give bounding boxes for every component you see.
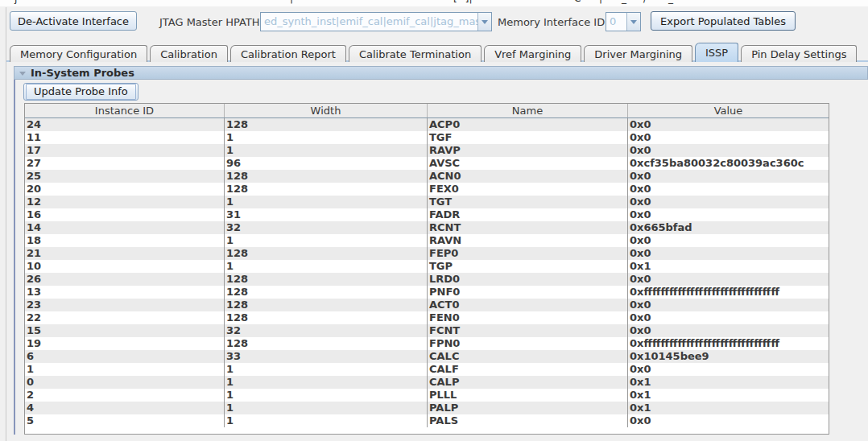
cell-name: FPN0 — [428, 337, 628, 350]
table-row[interactable]: 25 128 ACN0 0x0 — [25, 170, 829, 183]
cell-width: 128 — [225, 311, 428, 324]
cell-name: LRD0 — [428, 273, 628, 286]
chevron-down-icon[interactable] — [477, 13, 491, 31]
cell-name: CALC — [428, 350, 628, 363]
cell-instance-id: 16 — [25, 208, 225, 221]
cell-value: 0xffffffffffffffffffffffffffffffff — [628, 286, 829, 299]
table-row[interactable]: 20 128 FEX0 0x0 — [25, 183, 829, 196]
cell-value: 0x0 — [628, 234, 829, 247]
tab-label: Vref Margining — [494, 48, 571, 60]
cell-width: 128 — [225, 337, 428, 350]
table-row[interactable]: 4 1 PALP 0x1 — [25, 402, 829, 414]
column-header[interactable]: Width — [225, 104, 428, 117]
title-fragment: C — [574, 0, 581, 4]
table-row[interactable]: 6 33 CALC 0x10145bee9 — [25, 350, 829, 363]
cell-name: TGT — [428, 196, 628, 208]
cell-value: 0x0 — [628, 299, 829, 311]
title-fragment: j — [14, 0, 17, 4]
cell-name: RAVP — [428, 144, 628, 157]
table-row[interactable]: 17 1 RAVP 0x0 — [25, 144, 829, 157]
tab-issp[interactable]: ISSP — [695, 43, 738, 62]
cell-instance-id: 17 — [25, 144, 225, 157]
cell-value: 0xffffffffffffffffffffffffffffffff — [628, 337, 829, 350]
table-row[interactable]: 19 128 FPN0 0xffffffffffffffffffffffffff… — [25, 337, 829, 350]
deactivate-interface-button[interactable]: De-Activate Interface — [10, 11, 137, 31]
tab-label: Calibrate Termination — [359, 48, 471, 60]
cell-width: 128 — [225, 273, 428, 286]
cell-value: 0x0 — [628, 183, 829, 196]
table-row[interactable]: 16 31 FADR 0x0 — [25, 208, 829, 221]
cell-width: 1 — [225, 389, 428, 402]
table-row[interactable]: 23 128 ACT0 0x0 — [25, 299, 829, 311]
cell-value: 0x1 — [628, 389, 829, 402]
table-row[interactable]: 11 1 TGF 0x0 — [25, 131, 829, 144]
title-fragment: _ — [622, 0, 626, 4]
tab-label: Calibration Report — [241, 48, 336, 60]
update-probe-info-button[interactable]: Update Probe Info — [23, 83, 138, 101]
cell-width: 1 — [225, 414, 428, 427]
table-row[interactable]: 27 96 AVSC 0xcf35ba80032c80039ac360c — [25, 157, 829, 170]
cell-name: FEN0 — [428, 311, 628, 324]
toolbar: De-Activate Interface JTAG Master HPATH:… — [0, 6, 868, 42]
memory-interface-id-label: Memory Interface ID: — [498, 16, 609, 28]
table-row[interactable]: 24 128 ACP0 0x0 — [25, 118, 829, 131]
probe-table: Instance IDWidthNameValue 24 128 ACP0 0x… — [24, 103, 829, 435]
tab-pin-delay-settings[interactable]: Pin Delay Settings — [741, 45, 857, 62]
cell-width: 1 — [225, 363, 428, 376]
deactivate-interface-label: De-Activate Interface — [18, 15, 129, 27]
cell-width: 1 — [225, 402, 428, 414]
cell-width: 32 — [225, 221, 428, 234]
table-row[interactable]: 10 1 TGP 0x1 — [25, 260, 829, 273]
column-header[interactable]: Name — [428, 104, 628, 117]
table-row[interactable]: 15 32 FCNT 0x0 — [25, 324, 829, 337]
cell-width: 96 — [225, 157, 428, 170]
column-header[interactable]: Instance ID — [25, 104, 225, 117]
cell-value: 0x0 — [628, 118, 829, 131]
in-system-probes-header[interactable]: In-System Probes — [14, 66, 868, 80]
table-row[interactable]: 1 1 CALF 0x0 — [25, 363, 829, 376]
table-row[interactable]: 14 32 RCNT 0x665bfad — [25, 221, 829, 234]
table-row[interactable]: 5 1 PALS 0x0 — [25, 414, 829, 427]
chevron-down-icon[interactable] — [626, 13, 640, 31]
cell-value: 0x1 — [628, 402, 829, 414]
tab-memory-configuration[interactable]: Memory Configuration — [10, 45, 147, 62]
cell-value: 0x0 — [628, 144, 829, 157]
tab-driver-margining[interactable]: Driver Margining — [584, 45, 692, 62]
cell-name: FEP0 — [428, 247, 628, 260]
cell-instance-id: 20 — [25, 183, 225, 196]
cell-width: 1 — [225, 196, 428, 208]
table-row[interactable]: 26 128 LRD0 0x0 — [25, 273, 829, 286]
table-row[interactable]: 12 1 TGT 0x0 — [25, 196, 829, 208]
title-fragment: / — [643, 0, 647, 4]
tab-label: Driver Margining — [594, 48, 682, 60]
title-fragment: | — [290, 0, 293, 4]
jtag-master-hpath-combobox[interactable]: ed_synth_inst|emif_cal|emif_cal|jtag_mas… — [260, 12, 492, 31]
column-header[interactable]: Value — [628, 104, 829, 117]
tab-vref-margining[interactable]: Vref Margining — [484, 45, 581, 62]
cell-name: FCNT — [428, 324, 628, 337]
memory-interface-id-combobox[interactable]: 0 — [606, 12, 641, 31]
probe-table-body: 24 128 ACP0 0x0 11 1 TGF 0x0 17 1 RAVP 0… — [25, 118, 829, 434]
collapse-triangle-icon[interactable] — [19, 72, 26, 76]
cell-name: FEX0 — [428, 183, 628, 196]
cell-instance-id: 24 — [25, 118, 225, 131]
table-row[interactable]: 2 1 PLLL 0x1 — [25, 389, 829, 402]
cell-name: PLLL — [428, 389, 628, 402]
table-row[interactable]: 13 128 PNF0 0xffffffffffffffffffffffffff… — [25, 286, 829, 299]
table-row[interactable]: 18 1 RAVN 0x0 — [25, 234, 829, 247]
export-populated-tables-button[interactable]: Export Populated Tables — [651, 11, 796, 31]
table-row[interactable]: 22 128 FEN0 0x0 — [25, 311, 829, 324]
cell-value: 0xcf35ba80032c80039ac360c — [628, 157, 829, 170]
cell-instance-id: 18 — [25, 234, 225, 247]
tab-calibrate-termination[interactable]: Calibrate Termination — [349, 45, 482, 62]
tab-calibration[interactable]: Calibration — [150, 45, 228, 62]
table-row[interactable]: 21 128 FEP0 0x0 — [25, 247, 829, 260]
tab-calibration-report[interactable]: Calibration Report — [230, 45, 346, 62]
cell-value: 0x0 — [628, 208, 829, 221]
cell-instance-id: 26 — [25, 273, 225, 286]
panel-title: In-System Probes — [31, 67, 134, 79]
cell-instance-id: 19 — [25, 337, 225, 350]
cell-value: 0x10145bee9 — [628, 350, 829, 363]
table-row[interactable]: 0 1 CALP 0x1 — [25, 376, 829, 389]
cell-instance-id: 0 — [25, 376, 225, 389]
